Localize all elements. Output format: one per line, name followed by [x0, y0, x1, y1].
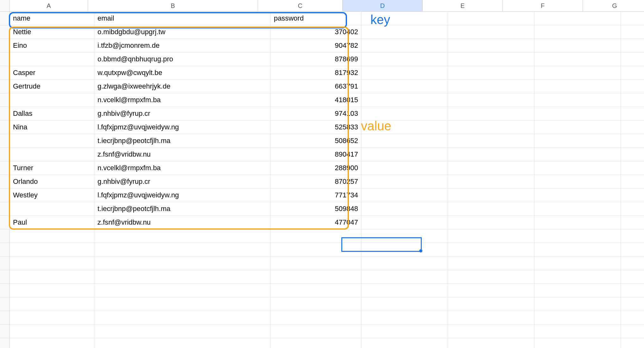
- cell[interactable]: [10, 311, 94, 324]
- cell[interactable]: [534, 25, 621, 39]
- cell-name[interactable]: Nina: [10, 121, 94, 134]
- cell[interactable]: [621, 121, 644, 134]
- cell[interactable]: [534, 107, 621, 120]
- cell[interactable]: [448, 39, 534, 52]
- cell[interactable]: [10, 243, 94, 256]
- cell[interactable]: [621, 325, 644, 338]
- cell[interactable]: [448, 121, 534, 134]
- cell[interactable]: [362, 93, 448, 107]
- cell[interactable]: [534, 325, 621, 338]
- cell[interactable]: [271, 243, 362, 256]
- cell[interactable]: [534, 175, 621, 188]
- row-header[interactable]: [0, 189, 10, 202]
- cell-B1[interactable]: email: [94, 12, 271, 25]
- cell-password[interactable]: 974103: [271, 107, 362, 120]
- cell[interactable]: [621, 39, 644, 52]
- row-header[interactable]: [0, 325, 10, 338]
- cell-D18[interactable]: [362, 243, 448, 256]
- cell[interactable]: [94, 297, 271, 311]
- cell[interactable]: [271, 297, 362, 311]
- cell-email[interactable]: o.mibdgbdu@upgrj.tw: [94, 25, 271, 39]
- cell[interactable]: [534, 189, 621, 202]
- cell[interactable]: [448, 80, 534, 93]
- cell[interactable]: [448, 107, 534, 120]
- cell-name[interactable]: Paul: [10, 216, 94, 229]
- cell[interactable]: [10, 297, 94, 311]
- cell[interactable]: [534, 39, 621, 52]
- row-header[interactable]: [0, 80, 10, 93]
- cell-email[interactable]: n.vcelkl@rmpxfm.ba: [94, 161, 271, 175]
- cell[interactable]: [10, 257, 94, 270]
- row-header[interactable]: [0, 66, 10, 79]
- cell[interactable]: [534, 338, 621, 348]
- cell[interactable]: [362, 175, 448, 188]
- cell[interactable]: [448, 216, 534, 229]
- cell[interactable]: [448, 311, 534, 324]
- cell-name[interactable]: [10, 148, 94, 161]
- cell[interactable]: [362, 39, 448, 52]
- cell[interactable]: [448, 229, 534, 243]
- cell-email[interactable]: t.iecrjbnp@peotcfjlh.ma: [94, 134, 271, 147]
- cell[interactable]: [271, 270, 362, 283]
- cell[interactable]: [621, 107, 644, 120]
- cell[interactable]: [271, 338, 362, 348]
- col-header-G[interactable]: G: [583, 0, 644, 11]
- row-header-1[interactable]: [0, 12, 10, 25]
- col-header-E[interactable]: E: [423, 0, 503, 11]
- cell[interactable]: [271, 284, 362, 297]
- row-header[interactable]: [0, 134, 10, 147]
- cell-email[interactable]: z.fsnf@vridbw.nu: [94, 216, 271, 229]
- cell-email[interactable]: g.nhbiv@fyrup.cr: [94, 175, 271, 188]
- col-header-F[interactable]: F: [503, 0, 583, 11]
- cell-name[interactable]: [10, 202, 94, 215]
- row-header[interactable]: [0, 243, 10, 256]
- cell[interactable]: [534, 297, 621, 311]
- cell[interactable]: [448, 175, 534, 188]
- cell[interactable]: [621, 189, 644, 202]
- cell-password[interactable]: 509848: [271, 202, 362, 215]
- cell-C1[interactable]: password: [271, 12, 362, 25]
- cell[interactable]: [362, 338, 448, 348]
- cell-name[interactable]: Turner: [10, 161, 94, 175]
- cell[interactable]: [10, 270, 94, 283]
- cell-name[interactable]: Westley: [10, 189, 94, 202]
- cell[interactable]: [621, 216, 644, 229]
- row-header[interactable]: [0, 39, 10, 52]
- cell[interactable]: [534, 202, 621, 215]
- col-header-D[interactable]: D: [343, 0, 423, 11]
- cell[interactable]: [621, 161, 644, 175]
- cell[interactable]: [448, 53, 534, 66]
- cell-E1[interactable]: [448, 12, 534, 25]
- cell-email[interactable]: g.nhbiv@fyrup.cr: [94, 107, 271, 120]
- row-header[interactable]: [0, 175, 10, 188]
- cell-email[interactable]: t.iecrjbnp@peotcfjlh.ma: [94, 202, 271, 215]
- cell[interactable]: [621, 80, 644, 93]
- cell[interactable]: [448, 297, 534, 311]
- sheet-corner[interactable]: [0, 0, 10, 11]
- cell-password[interactable]: 370402: [271, 25, 362, 39]
- row-header[interactable]: [0, 270, 10, 283]
- cell-password[interactable]: 288900: [271, 161, 362, 175]
- cell[interactable]: [621, 243, 644, 256]
- row-header[interactable]: [0, 297, 10, 311]
- spreadsheet-grid[interactable]: A B C D E F G name email password Nettie…: [0, 0, 644, 348]
- row-header[interactable]: [0, 53, 10, 66]
- cell[interactable]: [534, 53, 621, 66]
- cell[interactable]: [621, 53, 644, 66]
- row-header[interactable]: [0, 202, 10, 215]
- cell[interactable]: [10, 325, 94, 338]
- cell[interactable]: [621, 202, 644, 215]
- cell[interactable]: [534, 66, 621, 79]
- cell[interactable]: [448, 93, 534, 107]
- cell[interactable]: [534, 134, 621, 147]
- cell-email[interactable]: l.fqfxjpmz@uvqjweidyw.ng: [94, 189, 271, 202]
- cell[interactable]: [534, 161, 621, 175]
- cell[interactable]: [448, 25, 534, 39]
- col-header-B[interactable]: B: [88, 0, 258, 11]
- cell[interactable]: [621, 134, 644, 147]
- cell[interactable]: [534, 257, 621, 270]
- cell[interactable]: [621, 148, 644, 161]
- row-header[interactable]: [0, 257, 10, 270]
- cell[interactable]: [621, 311, 644, 324]
- row-header[interactable]: [0, 25, 10, 39]
